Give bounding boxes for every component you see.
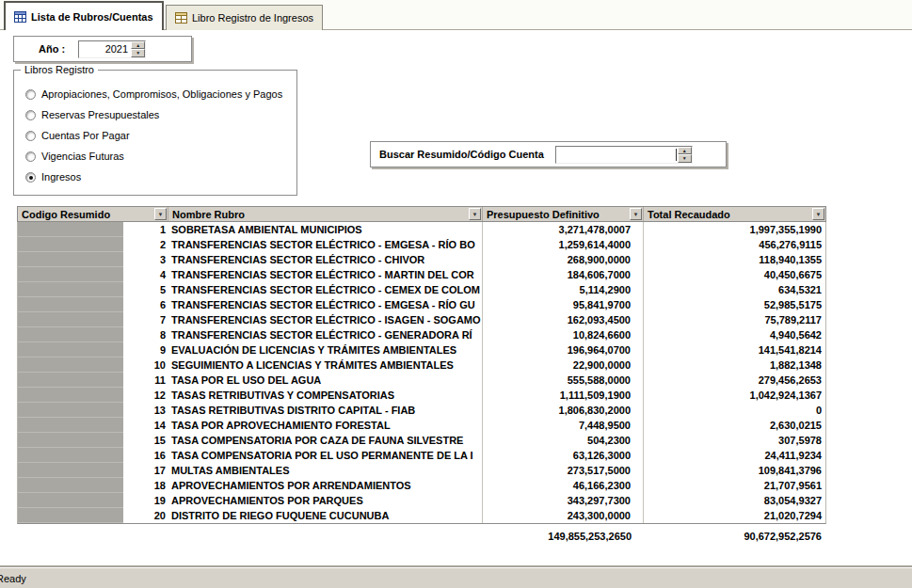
row-name: TRANSFERENCIAS SECTOR ELÉCTRICO - ISAGEN… xyxy=(168,312,483,327)
column-header-presupuesto[interactable]: Presupuesto Definitivo ▼ xyxy=(483,207,644,221)
radio-button-icon[interactable] xyxy=(25,151,36,162)
row-selector[interactable] xyxy=(18,388,123,403)
total-presupuesto: 149,855,253,2650 xyxy=(483,531,644,542)
table-row[interactable]: 12 TASAS RETRIBUTIVAS Y COMPENSATORIAS 1… xyxy=(18,388,825,403)
row-presupuesto: 555,588,0000 xyxy=(483,373,644,388)
row-recaudado: 109,841,3796 xyxy=(644,463,825,478)
row-selector[interactable] xyxy=(18,327,123,342)
table-row[interactable]: 18 APROVECHAMIENTOS POR ARRENDAMIENTOS 4… xyxy=(18,478,825,493)
row-selector[interactable] xyxy=(18,493,123,508)
search-label: Buscar Resumido/Código Cuenta xyxy=(379,149,544,160)
radio-option[interactable]: Ingresos xyxy=(25,167,293,187)
tab-lista-rubros-cuentas[interactable]: Lista de Rubros/Cuentas xyxy=(4,1,164,30)
table-row[interactable]: 6 TRANSFERENCIAS SECTOR ELÉCTRICO - EMGE… xyxy=(18,297,825,312)
column-header-codigo[interactable]: Codigo Resumido ▼ xyxy=(18,207,168,221)
row-code: 19 xyxy=(123,493,168,508)
row-name: TRANSFERENCIAS SECTOR ELÉCTRICO - EMGESA… xyxy=(168,237,483,252)
table-row[interactable]: 20 DISTRITO DE RIEGO FUQUENE CUCUNUBA 24… xyxy=(18,508,825,523)
row-selector[interactable] xyxy=(18,282,123,297)
spin-up-icon[interactable]: ▲ xyxy=(678,147,692,155)
row-selector[interactable] xyxy=(18,267,123,282)
column-filter-button[interactable]: ▼ xyxy=(812,208,824,220)
row-recaudado: 456,276,9115 xyxy=(644,237,825,252)
radio-option[interactable]: Reservas Presupuestales xyxy=(25,104,293,125)
row-code: 18 xyxy=(123,478,168,493)
column-header-nombre[interactable]: Nombre Rubro ▼ xyxy=(168,207,483,221)
column-filter-button[interactable]: ▼ xyxy=(469,208,481,220)
table-row[interactable]: 19 APROVECHAMIENTOS POR PARQUES 343,297,… xyxy=(18,493,825,508)
table-row[interactable]: 4 TRANSFERENCIAS SECTOR ELÉCTRICO - MART… xyxy=(18,267,825,282)
row-selector[interactable] xyxy=(18,237,123,252)
row-selector[interactable] xyxy=(18,463,123,478)
row-selector[interactable] xyxy=(18,373,123,388)
row-code: 20 xyxy=(123,508,168,523)
row-selector[interactable] xyxy=(18,342,123,358)
row-selector[interactable] xyxy=(18,508,123,523)
grid-header: Codigo Resumido ▼ Nombre Rubro ▼ Presupu… xyxy=(17,206,826,222)
radio-button-icon[interactable] xyxy=(25,172,36,183)
row-name: TRANSFERENCIAS SECTOR ELÉCTRICO - CEMEX … xyxy=(168,282,483,297)
table-row[interactable]: 14 TASA POR APROVECHAMIENTO FORESTAL 7,4… xyxy=(18,418,825,433)
row-selector[interactable] xyxy=(18,312,123,327)
table-row[interactable]: 2 TRANSFERENCIAS SECTOR ELÉCTRICO - EMGE… xyxy=(18,237,825,252)
column-label: Codigo Resumido xyxy=(22,209,110,220)
row-recaudado: 4,940,5642 xyxy=(644,327,825,342)
spin-up-icon[interactable]: ▲ xyxy=(131,41,145,50)
row-selector[interactable] xyxy=(18,358,123,373)
table-row[interactable]: 10 SEGUIMIENTO A LICENCIAS Y TRÁMITES AM… xyxy=(18,358,825,373)
row-presupuesto: 10,824,6600 xyxy=(483,327,644,342)
search-combo[interactable]: ▲ ▼ xyxy=(555,146,693,164)
column-header-recaudado[interactable]: Total Recaudado ▼ xyxy=(644,207,825,221)
radio-option[interactable]: Vigencias Futuras xyxy=(25,146,293,167)
table-row[interactable]: 1 SOBRETASA AMBIENTAL MUNICIPIOS 3,271,4… xyxy=(18,222,825,237)
row-presupuesto: 273,517,5000 xyxy=(483,463,644,478)
row-name: TRANSFERENCIAS SECTOR ELÉCTRICO - EMGESA… xyxy=(168,297,483,312)
row-selector[interactable] xyxy=(18,433,123,448)
row-selector[interactable] xyxy=(18,252,123,267)
ledger-icon xyxy=(175,12,187,24)
table-row[interactable]: 8 TRANSFERENCIAS SECTOR ELÉCTRICO - GENE… xyxy=(18,327,825,342)
row-presupuesto: 1,806,830,2000 xyxy=(483,403,644,418)
column-filter-button[interactable]: ▼ xyxy=(154,208,167,220)
tab-libro-registro-ingresos[interactable]: Libro Registro de Ingresos xyxy=(166,5,323,30)
table-row[interactable]: 13 TASAS RETRIBUTIVAS DISTRITO CAPITAL -… xyxy=(18,403,825,418)
radio-option[interactable]: Apropiaciones, Compromisos, Obligaciones… xyxy=(25,84,293,104)
table-row[interactable]: 5 TRANSFERENCIAS SECTOR ELÉCTRICO - CEME… xyxy=(18,282,825,297)
row-code: 2 xyxy=(123,237,168,252)
table-row[interactable]: 15 TASA COMPENSATORIA POR CAZA DE FAUNA … xyxy=(18,433,825,448)
radio-option[interactable]: Cuentas Por Pagar xyxy=(25,125,293,146)
table-row[interactable]: 16 TASA COMPENSATORIA POR EL USO PERMANE… xyxy=(18,448,825,463)
table-row[interactable]: 17 MULTAS AMBIENTALES 273,517,5000 109,8… xyxy=(18,463,825,478)
row-code: 6 xyxy=(123,297,168,312)
row-selector[interactable] xyxy=(18,418,123,433)
table-row[interactable]: 11 TASA POR EL USO DEL AGUA 555,588,0000… xyxy=(18,373,825,388)
row-selector[interactable] xyxy=(18,222,123,237)
row-selector[interactable] xyxy=(18,448,123,463)
row-code: 10 xyxy=(123,358,168,373)
row-selector[interactable] xyxy=(18,403,123,418)
spin-down-icon[interactable]: ▼ xyxy=(678,154,692,163)
row-presupuesto: 95,841,9700 xyxy=(483,297,644,312)
table-row[interactable]: 7 TRANSFERENCIAS SECTOR ELÉCTRICO - ISAG… xyxy=(18,312,825,327)
row-recaudado: 118,940,1355 xyxy=(644,252,825,267)
spin-down-icon[interactable]: ▼ xyxy=(131,49,145,57)
libros-registro-groupbox: Libros Registro Apropiaciones, Compromis… xyxy=(13,70,297,196)
tab-strip: Lista de Rubros/Cuentas Libro Registro d… xyxy=(0,0,912,30)
radio-button-icon[interactable] xyxy=(25,131,36,141)
row-presupuesto: 504,2300 xyxy=(483,433,644,448)
row-selector[interactable] xyxy=(18,478,123,493)
table-row[interactable]: 9 EVALUACIÓN DE LICENCIAS Y TRÁMITES AMB… xyxy=(18,342,825,358)
search-panel: Buscar Resumido/Código Cuenta ▲ ▼ xyxy=(370,141,727,167)
column-label: Total Recaudado xyxy=(648,209,730,220)
radio-button-icon[interactable] xyxy=(25,89,36,100)
year-spinner[interactable]: 2021 ▲ ▼ xyxy=(78,40,146,58)
table-row[interactable]: 3 TRANSFERENCIAS SECTOR ELÉCTRICO - CHIV… xyxy=(18,252,825,267)
row-selector[interactable] xyxy=(18,297,123,312)
radio-label: Ingresos xyxy=(41,171,81,183)
column-filter-button[interactable]: ▼ xyxy=(630,208,642,220)
row-presupuesto: 1,111,509,1900 xyxy=(483,388,644,403)
row-code: 13 xyxy=(123,403,168,418)
row-recaudado: 1,997,355,1990 xyxy=(644,222,825,237)
radio-button-icon[interactable] xyxy=(25,110,36,120)
search-input[interactable] xyxy=(556,147,675,163)
